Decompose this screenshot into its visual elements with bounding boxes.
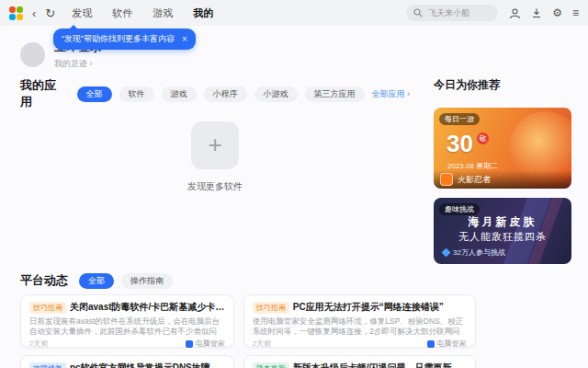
filter-all[interactable]: 全部 (77, 86, 112, 102)
article-title: 新版本升级后卡顿/闪退问题，只需更新显卡驱动 (293, 362, 467, 368)
challenge-stat: 32万人参与挑战 (443, 247, 505, 258)
feed-filter-guide[interactable]: 操作指南 (121, 273, 173, 289)
settings-icon[interactable]: ⚙ (552, 7, 562, 18)
calendar-stamp-icon: 敬 (477, 132, 489, 144)
article-source: 电脑管家 (196, 339, 225, 349)
article-title: PC应用无法打开提示“网络连接错误” (293, 301, 444, 314)
recommend-title: 今日为你推荐 (434, 77, 571, 93)
diamond-icon (442, 248, 451, 258)
article-card[interactable]: 技巧指南 PC应用无法打开提示“网络连接错误” 使用电脑管家安全监测网络环境，修… (243, 294, 476, 348)
daily-game-footer: 火影忍者 (434, 170, 571, 189)
all-apps-link[interactable]: 全部应用 › (372, 88, 411, 100)
back-icon[interactable]: ‹ (32, 7, 36, 19)
article-desc: 使用电脑管家安全监测网络环境，修复LSP、校验DNS、校正系统时间等，一键恢复网… (253, 316, 467, 336)
article-tag: 技巧指南 (253, 302, 289, 314)
article-title: pc软件官方网络异常提示DNS故障解决方法 (70, 362, 225, 368)
game-avatar (440, 173, 453, 186)
article-card[interactable]: 故障修复 pc软件官方网络异常提示DNS故障解决方法 (20, 355, 234, 368)
article-time: 2天前 (29, 339, 48, 349)
article-source: 电脑管家 (437, 339, 467, 349)
daily-game-card[interactable]: 每日一游 30 敬 2023.08 星期二 火影忍者 (434, 108, 571, 189)
article-tag: 技巧指南 (29, 302, 66, 314)
tab-games[interactable]: 游戏 (151, 5, 175, 22)
filter-thirdparty[interactable]: 第三方应用 (305, 86, 365, 102)
article-tag: 版本更新 (253, 362, 289, 368)
feed-header: 平台动态 全部 操作指南 (20, 272, 410, 289)
article-title: 关闭avast防毒软件/卡巴斯基减少卡顿困扰 (70, 301, 225, 314)
filter-minigames[interactable]: 小游戏 (254, 86, 298, 102)
filter-games[interactable]: 游戏 (162, 86, 197, 102)
topbar-icons: ⚙ ≡ (509, 7, 579, 19)
article-card[interactable]: 版本更新 新版本升级后卡顿/闪退问题，只需更新显卡驱动 (243, 355, 476, 368)
my-apps-header: 我的应用 全部 软件 游戏 小程序 小游戏 第三方应用 全部应用 › (20, 77, 410, 110)
challenge-stat-text: 32万人参与挑战 (453, 247, 505, 258)
daily-game-badge: 每日一游 (439, 113, 480, 125)
article-time: 2天前 (253, 339, 271, 349)
user-icon[interactable] (509, 7, 521, 19)
search-icon (413, 5, 423, 21)
challenge-card[interactable]: 趣味挑战 海月新皮肤 无人能敌狂揽四杀 32万人参与挑战 (434, 198, 571, 264)
search-box[interactable] (406, 5, 498, 21)
filter-miniprograms[interactable]: 小程序 (204, 86, 247, 102)
tooltip-close-icon[interactable]: × (182, 34, 187, 44)
menu-icon[interactable]: ≡ (572, 7, 579, 18)
avatar[interactable] (20, 42, 45, 67)
login-subtitle[interactable]: 我的足迹 › (54, 58, 102, 70)
source-icon (186, 340, 193, 348)
tab-mine[interactable]: 我的 (191, 5, 215, 22)
tooltip-text: “发现”帮助你找到更多丰富内容 (62, 33, 175, 45)
calendar-day: 30 (447, 132, 473, 155)
refresh-icon[interactable]: ↻ (45, 7, 55, 19)
tab-discover[interactable]: 发现 (70, 5, 94, 22)
article-desc: 日前发现装有avast的软件在系统升级后，会在电脑后台自动安装大量插件，此前国外… (29, 316, 225, 336)
challenge-line2: 无人能敌狂揽四杀 (434, 230, 571, 244)
article-tag: 故障修复 (29, 362, 66, 368)
search-input[interactable] (426, 7, 498, 18)
empty-apps-area: + 发现更多软件 (20, 121, 410, 193)
feed-filter-all[interactable]: 全部 (79, 273, 114, 289)
challenge-line1: 海月新皮肤 (434, 214, 571, 230)
feed-title: 平台动态 (20, 272, 68, 289)
article-grid: 技巧指南 关闭avast防毒软件/卡巴斯基减少卡顿困扰 日前发现装有avast的… (20, 294, 413, 368)
recommend-sidebar: 今日为你推荐 每日一游 30 敬 2023.08 星期二 火影忍者 趣味挑战 海… (434, 77, 571, 264)
discover-tooltip: “发现”帮助你找到更多丰富内容 × (53, 29, 196, 50)
nav-tabs: 发现 软件 游戏 我的 (70, 5, 215, 22)
top-bar: ‹ ↻ 发现 软件 游戏 我的 ⚙ ≡ (0, 0, 588, 26)
app-logo-icon (9, 6, 23, 20)
article-card[interactable]: 技巧指南 关闭avast防毒软件/卡巴斯基减少卡顿困扰 日前发现装有avast的… (20, 294, 234, 348)
game-name: 火影忍者 (458, 174, 491, 186)
my-apps-title: 我的应用 (20, 77, 66, 110)
filter-software[interactable]: 软件 (119, 86, 154, 102)
add-software-label: 发现更多软件 (20, 180, 410, 193)
source-icon (427, 340, 435, 348)
download-icon[interactable] (531, 7, 542, 18)
app-window: ‹ ↻ 发现 软件 游戏 我的 ⚙ ≡ “发现”帮助你找到更多丰富内容 (0, 0, 588, 368)
add-software-button[interactable]: + (191, 121, 239, 169)
tab-software[interactable]: 软件 (110, 5, 134, 22)
